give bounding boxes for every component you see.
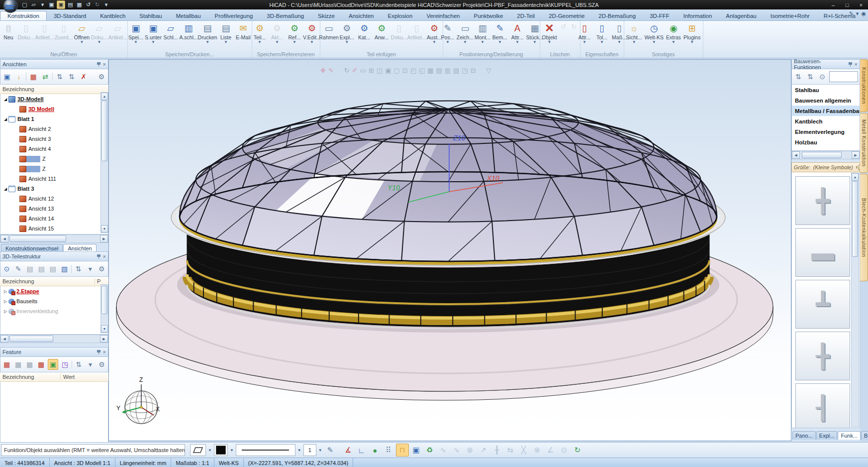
ribbon-button[interactable]: ◉Extras▼ <box>665 22 682 45</box>
toolbar-icon[interactable]: ▩ <box>36 359 46 369</box>
viewport-tool-icon[interactable]: ⊞ <box>369 67 374 74</box>
ribbon-tab[interactable]: 2D-Bemaßung <box>591 11 643 20</box>
ribbon-tab[interactable]: 2D-Geometrie <box>542 11 591 20</box>
toolbar-icon[interactable]: ▾ <box>86 264 95 274</box>
toolbar-icon[interactable] <box>71 265 72 273</box>
tree-expander[interactable]: ▷ <box>2 289 8 294</box>
category-item[interactable]: Stahlbau <box>792 85 860 95</box>
ribbon-button[interactable]: ✎Bem...▼ <box>491 22 508 45</box>
close-icon[interactable]: × <box>855 62 858 67</box>
toolbar-icon[interactable]: ▦ <box>25 359 34 369</box>
tree-row[interactable]: ▷ 2.Etappe <box>0 286 108 296</box>
ribbon-tab[interactable]: Konstruktion <box>0 11 47 20</box>
quick-access-button[interactable]: ▣ <box>48 1 55 8</box>
toolbar-icon[interactable] <box>72 360 72 368</box>
quick-access-button[interactable]: ▾ <box>102 1 110 8</box>
quick-access-button[interactable]: ↻ <box>94 1 101 8</box>
toolbar-icon[interactable]: ⇄ <box>40 72 50 82</box>
toolbar-icon[interactable]: ✗ <box>79 72 89 82</box>
status-tool-icon[interactable]: ⠿ <box>383 444 394 456</box>
ribbon-tab[interactable]: Vereinfachen <box>419 11 467 20</box>
viewport-tool-icon[interactable]: ⊟ <box>471 67 476 74</box>
function-search-input[interactable] <box>829 71 858 82</box>
hicad-logo[interactable] <box>3 0 18 13</box>
ribbon-button[interactable]: ▤Liste▼ <box>217 22 234 45</box>
teilestruktur-hscrollbar[interactable]: ◀ ▶ <box>0 335 108 343</box>
category-item[interactable]: Elementverlegung <box>792 126 860 137</box>
scroll-up-button[interactable]: ▲ <box>852 173 859 181</box>
tree-expander[interactable]: ▷ <box>2 299 8 304</box>
tree-row[interactable]: ◢ 3D-Modell <box>0 94 108 104</box>
ribbon-button[interactable]: ▣S.unter▼ <box>145 22 162 45</box>
tree-row[interactable]: ◢ Blatt 1 <box>0 114 108 124</box>
quick-access-button[interactable]: ▣ <box>57 0 65 9</box>
toolbar-icon[interactable]: ▣ <box>48 359 58 370</box>
ribbon-button[interactable]: ▯Doku... <box>17 22 34 41</box>
tree-row[interactable]: Ansicht 3 <box>0 134 108 144</box>
connection-thumbnail[interactable]: ┻ <box>795 280 850 329</box>
edge-tab-metall-konstruktion[interactable]: Metall Konstruktion <box>860 113 868 173</box>
scroll-left-button[interactable]: ◀ <box>792 151 800 159</box>
status-tool-icon[interactable]: ▣ <box>410 444 422 456</box>
tree-row[interactable]: 3D Modell <box>0 104 108 114</box>
tree-row[interactable]: ▷ Bauseits <box>0 296 108 306</box>
toolbar-icon[interactable]: ↓ <box>14 72 24 82</box>
tree-row[interactable]: Ansicht 14 <box>0 214 108 224</box>
tree-expander[interactable]: ◢ <box>2 187 8 191</box>
teilestruktur-vscrollbar[interactable]: ▼ <box>100 284 108 333</box>
ribbon-button[interactable]: ✉E-Mail <box>235 22 252 41</box>
ribbon-button[interactable]: ☼Sicht...▼ <box>625 22 643 45</box>
pin-icon[interactable] <box>96 254 101 259</box>
scroll-thumb[interactable] <box>101 286 107 314</box>
quick-access-button[interactable]: ▤ <box>67 1 74 8</box>
ribbon-button[interactable]: ▥Mont...▼ <box>474 22 491 45</box>
ribbon-button[interactable]: ⚙Anw... <box>373 22 390 41</box>
ribbon-button[interactable]: ▱Artikel... <box>108 22 127 41</box>
dock-tab[interactable]: Pano... <box>792 431 816 440</box>
scroll-thumb[interactable] <box>852 181 858 257</box>
tree-row[interactable]: Ansicht 15 <box>0 224 108 234</box>
tree-row[interactable]: ◢ Blatt 3 <box>0 184 108 194</box>
viewport-tool-icon[interactable]: ▢ <box>393 67 399 74</box>
toolbar-icon[interactable]: ⇅ <box>67 72 77 82</box>
ribbon-right-icon[interactable]: ✎ <box>849 10 854 17</box>
toolbar-icon[interactable]: ⇅ <box>74 264 83 274</box>
toolbar-icon[interactable]: ⚙ <box>97 359 106 369</box>
ribbon-button[interactable]: ▯Neu <box>0 22 17 41</box>
ribbon-button[interactable]: ▭Zeich...▼ <box>457 22 474 45</box>
toolbar-icon[interactable]: ▦ <box>2 359 11 369</box>
status-tool-icon[interactable]: ∿ <box>437 444 449 456</box>
close-icon[interactable]: × <box>103 62 106 67</box>
dock-tab[interactable]: Bau... <box>861 431 868 440</box>
toolbar-icon[interactable]: ⇅ <box>74 359 84 369</box>
quick-access-button[interactable]: ▦ <box>76 1 83 8</box>
close-icon[interactable]: × <box>103 254 106 259</box>
viewport-tool-icon[interactable]: ↻ <box>344 67 350 74</box>
preview-search-icon[interactable]: ⊙ <box>817 72 827 82</box>
hatch-style-button[interactable] <box>190 444 206 456</box>
bauwesen-hscrollbar[interactable]: ◀ ▶ <box>791 151 860 159</box>
color-dropdown[interactable]: ▼ <box>230 448 234 453</box>
ribbon-button[interactable]: ⚙Teil...▼ <box>251 22 268 45</box>
toolbar-icon[interactable]: ⇅ <box>55 72 65 82</box>
viewport-tool-icon[interactable]: ◫ <box>377 67 383 74</box>
viewport-tool-icon[interactable]: ⊡ <box>402 67 408 74</box>
ribbon-tab[interactable]: Explosion <box>381 11 420 20</box>
toolbar-icon[interactable] <box>52 73 53 81</box>
pen-icon[interactable]: ✎ <box>324 445 336 456</box>
toolbar-icon[interactable] <box>26 73 26 81</box>
ribbon-tab[interactable]: 3D-Bemaßung <box>260 11 311 20</box>
ansichten-hscrollbar[interactable]: ◀ ▶ <box>0 234 108 243</box>
status-tool-icon[interactable]: ⊓ <box>396 444 409 457</box>
quick-access-button[interactable]: ▾ <box>39 1 46 8</box>
ribbon-button[interactable]: ⚙Expl...▼ <box>338 22 355 45</box>
quick-access-button[interactable]: ▱ <box>30 1 37 8</box>
category-item[interactable]: Holzbau <box>792 137 860 147</box>
ribbon-tab[interactable]: Metallbau <box>169 11 208 20</box>
line-width-dropdown[interactable]: ▼ <box>318 448 322 453</box>
viewport-tool-icon[interactable]: ▧ <box>453 67 459 74</box>
viewport-tool-icon[interactable]: ▣ <box>385 67 391 74</box>
edge-tab-blech-kostenkalkulation[interactable]: Blech-Kostenkalkulation <box>860 174 868 281</box>
connection-thumbnail[interactable]: ▬ <box>795 228 850 277</box>
status-tool-icon[interactable]: ╂ <box>491 444 503 456</box>
